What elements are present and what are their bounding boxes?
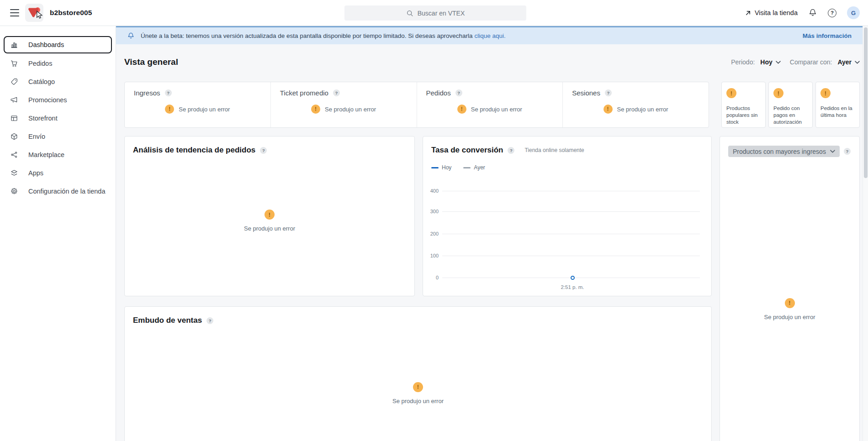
sidebar-item-apps[interactable]: Apps [0, 164, 116, 182]
legend-label: Hoy [442, 164, 451, 171]
help-icon[interactable]: ? [206, 317, 213, 324]
account-name: b2bstore005 [50, 9, 92, 17]
error-message: Se produjo un error [325, 106, 376, 113]
mini-card-label: Productos populares sin stock [726, 105, 761, 126]
sidebar: Dashboards Pedidos Catálogo Promociones [0, 26, 116, 441]
scrollbar[interactable] [863, 26, 868, 441]
banner-intro: Únete a la beta: tenemos una versión act… [141, 32, 472, 39]
sidebar-item-label: Dashboards [28, 41, 64, 48]
page-header: Vista general Periodo: Hoy Comparar con:… [124, 57, 860, 67]
sidebar-item-promociones[interactable]: Promociones [0, 91, 116, 109]
warning-icon: ! [785, 298, 795, 308]
scrollbar-thumb[interactable] [864, 27, 868, 178]
top-products-select[interactable]: Productos con mayores ingresos [728, 146, 840, 157]
kpi-title: Ticket promedio [280, 89, 328, 97]
compare-label: Comparar con: [790, 58, 832, 66]
page-title: Vista general [124, 57, 178, 67]
sidebar-item-label: Configuración de la tienda [28, 188, 105, 195]
help-icon[interactable]: ? [165, 89, 172, 96]
error-message: Se produjo un error [471, 106, 522, 113]
help-icon[interactable]: ? [455, 89, 462, 96]
sidebar-item-envio[interactable]: Envío [0, 127, 116, 146]
kpi-title: Ingresos [134, 89, 160, 97]
sidebar-item-configuracion[interactable]: Configuración de la tienda [0, 182, 116, 200]
sales-funnel-card: Embudo de ventas ? ! Se produjo un error [124, 306, 712, 441]
data-point-hoy[interactable] [571, 276, 575, 280]
mouse-cursor-icon [36, 10, 44, 19]
y-tick-label: 400 [430, 188, 439, 194]
mini-card-pedidos-ultima-hora[interactable]: ! Pedidos en la última hora [815, 82, 860, 128]
mini-card-label: Pedidos en la última hora [820, 105, 855, 119]
gridline: 100 [442, 256, 700, 256]
sidebar-item-pedidos[interactable]: Pedidos [0, 54, 116, 73]
chevron-down-icon [855, 61, 860, 64]
top-products-select-value: Productos con mayores ingresos [733, 148, 826, 155]
banner-message: Únete a la beta: tenemos una versión act… [141, 32, 506, 39]
banner-cta-link[interactable]: clique aqui. [474, 32, 505, 39]
y-tick-label: 200 [430, 231, 439, 236]
more-info-link[interactable]: Más información [803, 32, 852, 39]
search-placeholder: Buscar en VTEX [418, 10, 465, 17]
sidebar-item-label: Marketplace [28, 151, 64, 158]
search-icon [406, 10, 413, 17]
vtex-logo[interactable] [25, 4, 43, 22]
kpi-title: Sesiones [572, 89, 600, 97]
gear-icon [10, 187, 18, 195]
sidebar-item-label: Envío [28, 133, 45, 140]
y-tick-label: 100 [430, 253, 439, 258]
error-message: Se produjo un error [392, 398, 444, 404]
search-input[interactable]: Buscar en VTEX [344, 5, 526, 21]
help-button[interactable]: ? [828, 9, 836, 17]
mini-card-label: Pedido con pagos en autorización [773, 105, 808, 126]
period-label: Periodo: [731, 58, 755, 66]
visit-store-label: Visita la tienda [755, 9, 798, 16]
sidebar-item-label: Apps [28, 169, 43, 177]
notifications-button[interactable] [808, 8, 817, 17]
kpi-ingresos: Ingresos? !Se produjo un error [125, 82, 270, 127]
error-message: Se produjo un error [244, 225, 295, 232]
help-icon[interactable]: ? [260, 147, 267, 154]
error-message: Se produjo un error [617, 106, 668, 113]
chevron-down-icon [776, 61, 781, 64]
package-icon [10, 132, 18, 141]
help-icon[interactable]: ? [844, 148, 851, 155]
mini-card-productos-sin-stock[interactable]: ! Productos populares sin stock [721, 82, 766, 128]
compare-select[interactable]: Ayer [837, 58, 860, 66]
beta-banner: Únete a la beta: tenemos una versión act… [116, 26, 863, 44]
sidebar-item-marketplace[interactable]: Marketplace [0, 146, 116, 164]
menu-hamburger-button[interactable] [10, 9, 19, 16]
user-avatar[interactable]: G [847, 6, 860, 19]
sidebar-item-label: Pedidos [28, 60, 52, 67]
legend-swatch-hoy [431, 167, 439, 168]
layout-icon [10, 114, 18, 122]
warning-icon: ! [457, 105, 466, 114]
sidebar-item-dashboards[interactable]: Dashboards [4, 36, 112, 53]
sidebar-item-label: Promociones [28, 96, 67, 104]
chart-legend: Hoy Ayer [431, 164, 703, 171]
sidebar-item-storefront[interactable]: Storefront [0, 109, 116, 127]
visit-store-link[interactable]: Visita la tienda [745, 9, 798, 16]
sidebar-item-label: Catálogo [28, 78, 55, 85]
kpi-title: Pedidos [426, 89, 451, 97]
conversion-rate-card: Tasa de conversión ? Tienda online solam… [423, 136, 712, 296]
main-area: Únete a la beta: tenemos una versión act… [116, 26, 868, 441]
compare-value: Ayer [837, 58, 852, 66]
warning-icon: ! [165, 105, 174, 114]
tag-icon [10, 78, 18, 86]
period-select[interactable]: Hoy [760, 58, 780, 66]
warning-icon: ! [820, 88, 831, 98]
period-value: Hoy [760, 58, 772, 66]
help-icon[interactable]: ? [605, 89, 612, 96]
mini-card-pagos-autorizacion[interactable]: ! Pedido con pagos en autorización [768, 82, 813, 128]
warning-icon: ! [311, 105, 320, 114]
warning-icon: ! [413, 382, 423, 392]
help-icon[interactable]: ? [508, 147, 514, 154]
bar-chart-icon [10, 41, 18, 49]
warning-icon: ! [773, 88, 783, 98]
help-icon[interactable]: ? [333, 89, 340, 96]
sidebar-item-catalogo[interactable]: Catálogo [0, 73, 116, 91]
kpi-ticket-promedio: Ticket promedio? !Se produjo un error [270, 82, 417, 127]
warning-icon: ! [265, 210, 275, 220]
card-title: Análisis de tendencia de pedidos [133, 146, 255, 155]
kpi-row: Ingresos? !Se produjo un error Ticket pr… [124, 82, 860, 128]
